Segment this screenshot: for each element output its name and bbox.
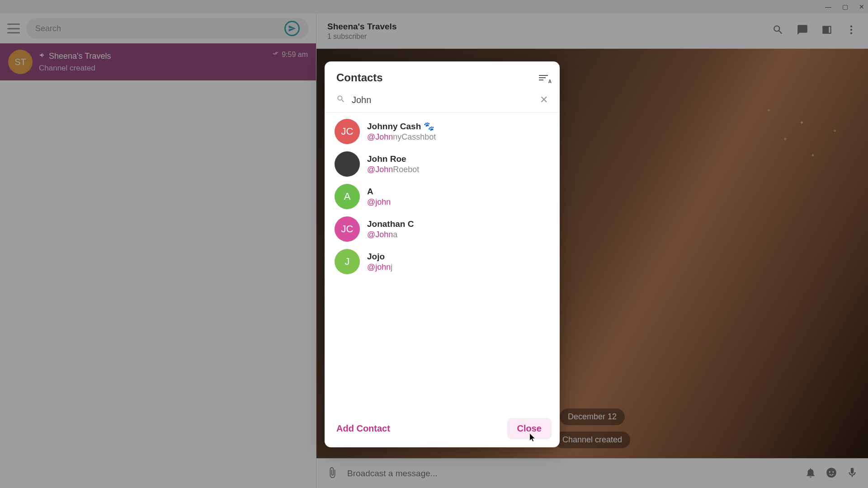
contact-handle: @john (367, 197, 391, 207)
contact-row[interactable]: AA@john (325, 180, 560, 213)
contact-name: Johnny Cash 🐾 (367, 121, 436, 131)
contacts-modal: Contacts John ✕ JCJohnny Cash 🐾@JohnnyCa… (325, 61, 560, 447)
modal-title: Contacts (336, 71, 383, 84)
contact-avatar (335, 151, 360, 177)
contact-row[interactable]: John Roe@JohnRoebot (325, 148, 560, 180)
sort-icon[interactable] (539, 75, 548, 80)
contact-avatar: A (335, 184, 360, 209)
contact-name: Jojo (367, 252, 392, 262)
contact-handle: @johnj (367, 263, 392, 272)
contact-row[interactable]: JJojo@johnj (325, 245, 560, 278)
contact-name: Jonathan C (367, 219, 414, 229)
contact-name: John Roe (367, 154, 419, 164)
contact-row[interactable]: JCJonathan C@Johna (325, 213, 560, 245)
contact-name: A (367, 187, 391, 197)
contact-handle: @JohnnyCasshbot (367, 132, 436, 142)
contact-row[interactable]: JCJohnny Cash 🐾@JohnnyCasshbot (325, 115, 560, 148)
search-icon (336, 94, 345, 105)
contact-avatar: JC (335, 216, 360, 242)
contact-avatar: JC (335, 119, 360, 144)
add-contact-button[interactable]: Add Contact (335, 419, 392, 438)
contact-handle: @JohnRoebot (367, 165, 419, 174)
mouse-cursor (528, 431, 538, 444)
contacts-list: JCJohnny Cash 🐾@JohnnyCasshbotJohn Roe@J… (325, 113, 560, 412)
clear-search-icon[interactable]: ✕ (540, 94, 548, 106)
contact-avatar: J (335, 249, 360, 274)
contact-handle: @Johna (367, 230, 414, 239)
contacts-search-input[interactable]: John (352, 95, 533, 105)
